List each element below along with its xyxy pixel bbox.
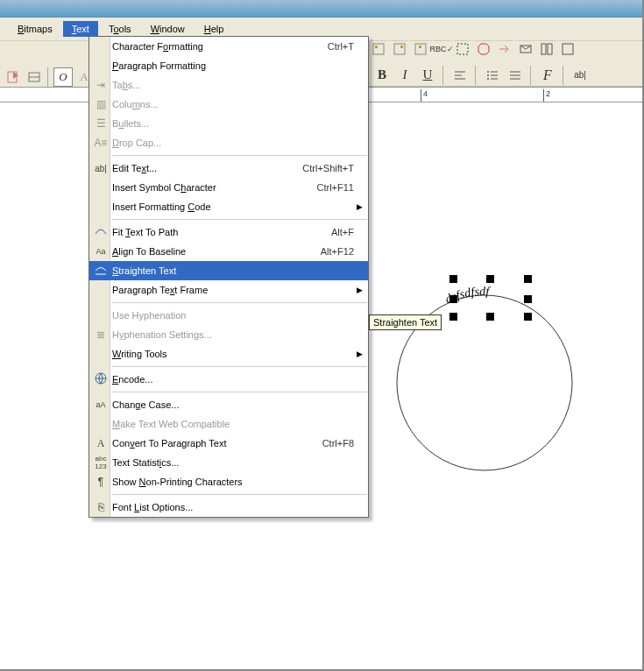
svg-point-18 [487, 71, 489, 73]
pilcrow-icon: ¶ [89, 476, 112, 488]
list-button[interactable] [483, 66, 502, 85]
menu-tabs: ⇥ Tabs...Tabs... [89, 75, 368, 95]
encode-icon [89, 372, 112, 387]
toolbar-separator [475, 66, 478, 85]
menu-insert-symbol[interactable]: Insert Symbol CharacterInsert Symbol Cha… [89, 178, 368, 197]
menu-separator [112, 366, 367, 367]
selection-handle[interactable] [524, 295, 532, 303]
menu-insert-formatting-code[interactable]: Insert Formatting CodeInsert Formatting … [89, 197, 368, 216]
menu-tools[interactable]: ToolsTools [100, 21, 140, 37]
italic-button[interactable]: I [395, 66, 414, 85]
menu-straighten-text[interactable]: Straighten TextStraighten Text [89, 261, 368, 280]
hyphenation-icon: ≣ [89, 328, 112, 341]
selection-handle[interactable] [486, 313, 494, 321]
font-list-icon: ⎘ [89, 501, 112, 513]
toolbar-separator [563, 66, 565, 85]
dropcap-button[interactable]: F [538, 66, 557, 85]
svg-rect-13 [548, 44, 552, 54]
menu-separator [112, 494, 367, 495]
menu-convert-paragraph[interactable]: A Convert To Paragraph TextConvert To Pa… [89, 434, 368, 453]
menu-bitmaps[interactable]: BBitmapsitmaps [9, 21, 61, 37]
toolbar-btn-generic[interactable] [4, 67, 23, 87]
bullets-icon: ☰ [89, 117, 112, 130]
menu-text-statistics[interactable]: abc123 Text Statistics...Text Statistics… [89, 453, 368, 472]
octagon-icon[interactable] [474, 39, 493, 59]
svg-rect-7 [415, 44, 426, 54]
menu-font-list-options[interactable]: ⎘ Font List Options...Font List Options.… [89, 498, 368, 517]
spellcheck-icon[interactable]: RBC✓ [432, 39, 451, 59]
selection-handle[interactable] [524, 275, 532, 283]
square-icon[interactable] [558, 39, 577, 59]
wrap-icon3[interactable] [411, 39, 430, 59]
change-case-icon: aA [89, 400, 112, 409]
menu-columns: ▥ Columns...Columns... [89, 95, 368, 114]
grid-icon[interactable] [537, 39, 556, 59]
svg-rect-3 [373, 44, 384, 54]
menu-dropcap: A≡ Drop Cap...Drop Cap... [89, 133, 368, 152]
align-baseline-icon: Aa [89, 247, 112, 256]
straighten-icon [89, 264, 112, 279]
ruler-mark-2: 2 [543, 89, 550, 102]
columns-icon: ▥ [89, 98, 112, 110]
menu-change-case[interactable]: aA Change Case...Change Case... [89, 395, 368, 414]
toolbar-icons-row2: B I U F ab| [369, 64, 643, 87]
marquee-icon[interactable] [453, 39, 472, 59]
arrow-right-icon[interactable] [495, 39, 514, 59]
svg-rect-5 [394, 44, 405, 54]
toolbar-italic-o[interactable]: O [53, 67, 73, 87]
menu-edit-text[interactable]: ab| Edit Text...Edit Text... Ctrl+Shift+… [89, 159, 368, 178]
selection-handle[interactable] [486, 275, 494, 283]
selection-handle[interactable] [524, 313, 532, 321]
toolbar-btn-generic2[interactable] [25, 67, 44, 87]
svg-rect-8 [419, 46, 421, 48]
menu-separator [112, 219, 367, 220]
submenu-arrow-icon: ▶ [354, 202, 363, 211]
fit-path-icon [89, 225, 112, 240]
menu-text[interactable]: TextText [63, 21, 98, 37]
menu-separator [112, 155, 367, 156]
menu-paragraph-text-frame[interactable]: Paragraph Text FrameParagraph Text Frame… [89, 280, 368, 300]
menu-fit-text-to-path[interactable]: Fit Text To PathFit Text To Path Alt+F [89, 222, 368, 242]
menu-align-baseline[interactable]: Aa Align To BaselineAlign To Baseline Al… [89, 242, 368, 261]
svg-marker-10 [478, 44, 489, 54]
selection-handle[interactable] [449, 275, 457, 283]
dropcap-icon: A≡ [89, 137, 112, 149]
wrap-icon2[interactable] [390, 39, 409, 59]
align-button[interactable] [450, 66, 470, 85]
menu-use-hyphenation: Use Hyphenation [89, 306, 368, 325]
svg-rect-12 [541, 44, 546, 54]
justify-button[interactable] [506, 66, 525, 85]
text-on-path-object[interactable]: dsfsdfsdf [384, 282, 585, 485]
tabs-icon: ⇥ [89, 79, 112, 91]
menu-help[interactable]: HelpHelp [195, 21, 233, 37]
menu-separator [112, 392, 367, 392]
menu-separator [112, 302, 367, 303]
toolbar-separator [530, 66, 533, 85]
underline-button[interactable]: U [418, 66, 437, 85]
menu-window[interactable]: WindowWindow [142, 21, 194, 37]
selection-handle[interactable] [449, 313, 457, 321]
menu-web-compatible: Make Text Web CompatibleMake Text Web Co… [89, 414, 368, 434]
edit-text-button[interactable]: ab| [570, 66, 590, 85]
svg-rect-9 [457, 44, 468, 54]
menu-character-formatting[interactable]: Character FormattingCharacter Formatting… [89, 37, 368, 56]
titlebar [0, 0, 642, 18]
menu-show-nonprinting[interactable]: ¶ Show Non-Printing CharactersShow Non-P… [89, 472, 368, 491]
statistics-icon: abc123 [89, 455, 112, 470]
svg-point-22 [487, 78, 489, 80]
menu-writing-tools[interactable]: Writing ToolsWriting Tools ▶ [89, 344, 368, 364]
tooltip: Straighten Text [369, 314, 442, 330]
menu-hyphenation-settings: ≣ Hyphenation Settings...Hyphenation Set… [89, 325, 368, 344]
svg-rect-4 [375, 46, 378, 48]
toolbar-separator [442, 66, 445, 85]
svg-rect-14 [563, 44, 573, 54]
wrap-icon[interactable] [369, 39, 388, 59]
envelope-icon[interactable] [516, 39, 535, 59]
menu-paragraph-formatting[interactable]: Paragraph FormattingParagraph Formatting [89, 56, 368, 75]
svg-rect-6 [400, 46, 403, 48]
menu-encode[interactable]: Encode...Encode... [89, 370, 368, 389]
menu-bullets: ☰ Bullets...Bullets... [89, 114, 368, 133]
svg-point-20 [487, 74, 489, 76]
bold-button[interactable]: B [372, 66, 392, 85]
selection-handle[interactable] [449, 295, 457, 303]
